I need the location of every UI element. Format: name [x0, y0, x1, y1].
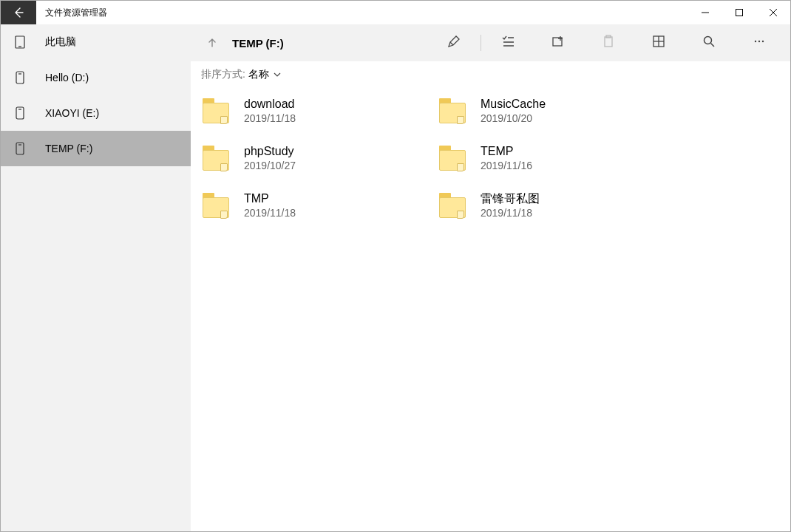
folder-item[interactable]: 雷锋哥私图 2019/11/18: [438, 187, 674, 224]
new-folder-button[interactable]: [533, 24, 583, 61]
toolbar-separator: [481, 35, 481, 51]
folder-item[interactable]: TMP 2019/11/18: [201, 187, 438, 224]
folder-grid: download 2019/11/18 MusicCache 2019/10/2…: [201, 92, 780, 224]
sidebar-item-drive-f[interactable]: TEMP (F:): [1, 131, 191, 166]
folder-icon: [201, 143, 232, 174]
folder-item[interactable]: phpStudy 2019/10/27: [201, 140, 438, 177]
checklist-icon: [501, 35, 515, 51]
pencil-icon: [447, 35, 461, 51]
svg-point-17: [755, 41, 756, 42]
titlebar: 文件资源管理器: [1, 1, 790, 24]
window-title: 文件资源管理器: [36, 7, 688, 19]
main-panel: TEMP (F:): [191, 24, 790, 531]
select-button[interactable]: [483, 24, 533, 61]
svg-point-19: [762, 41, 764, 42]
svg-rect-0: [736, 10, 743, 16]
folder-date: 2019/11/16: [481, 160, 532, 172]
window-controls: [688, 1, 790, 24]
sidebar-item-label: TEMP (F:): [45, 143, 92, 154]
edit-button[interactable]: [429, 24, 479, 61]
location-title: TEMP (F:): [228, 37, 429, 50]
more-icon: [753, 35, 766, 51]
folder-icon: [438, 95, 469, 126]
tablet-icon: [13, 35, 27, 49]
more-button[interactable]: [734, 24, 784, 61]
folder-name: TEMP: [481, 144, 532, 158]
drive-icon: [13, 142, 27, 155]
folder-date: 2019/11/18: [244, 112, 296, 125]
back-button[interactable]: [1, 1, 36, 24]
sidebar-item-label: 此电脑: [45, 35, 76, 49]
folder-name: download: [244, 97, 296, 111]
sidebar-item-drive-d[interactable]: Hello (D:): [1, 60, 191, 95]
folder-text: phpStudy 2019/10/27: [244, 144, 296, 172]
svg-point-18: [758, 41, 760, 42]
folder-text: download 2019/11/18: [244, 97, 296, 125]
folder-name: phpStudy: [244, 144, 296, 158]
clipboard-icon: [602, 35, 615, 51]
app-body: 此电脑 Hello (D:) XIAOYI (E:) TEMP (F:): [1, 24, 790, 531]
folder-icon: [201, 190, 232, 221]
minimize-button[interactable]: [688, 1, 722, 24]
up-button[interactable]: [197, 24, 228, 61]
folder-date: 2019/10/27: [244, 160, 296, 172]
svg-rect-10: [605, 37, 612, 47]
folder-item[interactable]: MusicCache 2019/10/20: [438, 92, 674, 129]
folder-text: 雷锋哥私图 2019/11/18: [481, 191, 540, 219]
folder-text: TEMP 2019/11/16: [481, 144, 532, 172]
svg-rect-5: [16, 107, 24, 119]
svg-point-15: [705, 37, 712, 44]
folder-name: MusicCache: [481, 97, 546, 111]
sidebar: 此电脑 Hello (D:) XIAOYI (E:) TEMP (F:): [1, 24, 191, 531]
search-icon: [702, 35, 716, 51]
paste-button[interactable]: [583, 24, 634, 61]
view-button[interactable]: [634, 24, 684, 61]
toolbar: TEMP (F:): [191, 24, 790, 61]
maximize-button[interactable]: [722, 1, 756, 24]
search-button[interactable]: [684, 24, 734, 61]
grid-icon: [652, 35, 665, 51]
folder-item[interactable]: TEMP 2019/11/16: [438, 140, 674, 177]
svg-rect-7: [16, 143, 24, 154]
drive-icon: [13, 106, 27, 120]
content-area: download 2019/11/18 MusicCache 2019/10/2…: [191, 88, 790, 531]
sidebar-item-this-pc[interactable]: 此电脑: [1, 24, 191, 60]
sort-bar[interactable]: 排序方式: 名称: [191, 61, 790, 88]
folder-text: TMP 2019/11/18: [244, 191, 296, 219]
folder-item[interactable]: download 2019/11/18: [201, 92, 438, 129]
sort-value: 名称: [248, 68, 269, 81]
folder-icon: [438, 143, 469, 174]
drive-icon: [13, 71, 27, 84]
svg-line-16: [711, 44, 715, 47]
folder-date: 2019/11/18: [481, 207, 540, 219]
sidebar-item-label: Hello (D:): [45, 72, 89, 83]
folder-date: 2019/11/18: [244, 207, 296, 219]
window: 文件资源管理器 此电脑: [0, 0, 791, 532]
sort-label: 排序方式:: [201, 68, 245, 81]
folder-name: TMP: [244, 191, 296, 205]
toolbar-actions: [429, 24, 784, 61]
close-button[interactable]: [756, 1, 790, 24]
chevron-down-icon: [274, 69, 281, 81]
folder-date: 2019/10/20: [481, 112, 546, 125]
new-folder-icon: [551, 35, 565, 51]
folder-text: MusicCache 2019/10/20: [481, 97, 546, 125]
sidebar-item-label: XIAOYI (E:): [45, 107, 99, 119]
folder-icon: [201, 95, 232, 126]
folder-name: 雷锋哥私图: [481, 191, 540, 205]
folder-icon: [438, 190, 469, 221]
sidebar-item-drive-e[interactable]: XIAOYI (E:): [1, 95, 191, 131]
